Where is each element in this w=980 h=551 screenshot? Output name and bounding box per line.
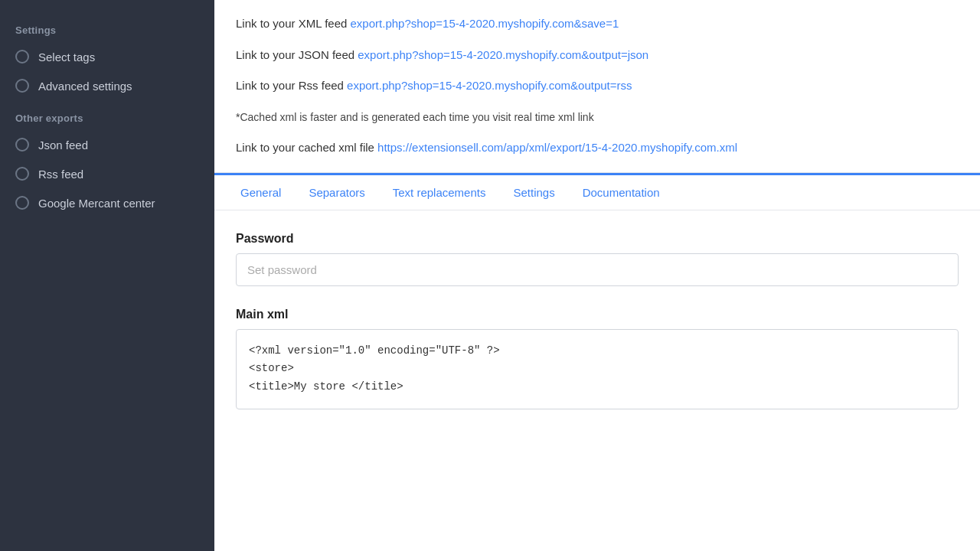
main-xml-section: Main xml <?xml version="1.0" encoding="U… bbox=[214, 308, 980, 431]
sidebar-item-label-rss-feed: Rss feed bbox=[38, 168, 83, 181]
cached-xml-label: Link to your cached xml file bbox=[236, 141, 374, 154]
sidebar-item-label-google-merchant: Google Mercant center bbox=[38, 197, 155, 210]
main-content: Link to your XML feed export.php?shop=15… bbox=[214, 0, 980, 551]
settings-section-title: Settings bbox=[0, 12, 214, 42]
tab-general[interactable]: General bbox=[227, 175, 295, 210]
password-section: Password bbox=[214, 210, 980, 308]
links-panel: Link to your XML feed export.php?shop=15… bbox=[214, 0, 980, 173]
tab-separators[interactable]: Separators bbox=[295, 175, 378, 210]
json-feed-link[interactable]: export.php?shop=15-4-2020.myshopify.com&… bbox=[358, 48, 648, 61]
rss-feed-radio bbox=[15, 167, 29, 181]
xml-feed-row: Link to your XML feed export.php?shop=15… bbox=[236, 15, 959, 33]
cache-note-row: *Cached xml is faster and is generated e… bbox=[236, 109, 959, 126]
cached-xml-row: Link to your cached xml file https://ext… bbox=[236, 139, 959, 157]
sidebar-item-select-tags[interactable]: Select tags bbox=[0, 42, 214, 71]
sidebar-item-advanced-settings[interactable]: Advanced settings bbox=[0, 71, 214, 100]
sidebar-item-label-json-feed: Json feed bbox=[38, 139, 88, 152]
tab-documentation[interactable]: Documentation bbox=[569, 175, 674, 210]
json-feed-label: Link to your JSON feed bbox=[236, 48, 354, 61]
cache-note: *Cached xml is faster and is generated e… bbox=[236, 111, 594, 123]
json-feed-row: Link to your JSON feed export.php?shop=1… bbox=[236, 47, 959, 64]
cached-xml-link[interactable]: https://extensionsell.com/app/xml/export… bbox=[377, 141, 737, 154]
sidebar-item-google-merchant[interactable]: Google Mercant center bbox=[0, 188, 214, 217]
advanced-settings-radio bbox=[15, 79, 29, 93]
rss-feed-label: Link to your Rss feed bbox=[236, 79, 344, 92]
json-feed-radio bbox=[15, 138, 29, 152]
rss-feed-link[interactable]: export.php?shop=15-4-2020.myshopify.com&… bbox=[347, 79, 632, 92]
password-input[interactable] bbox=[236, 253, 959, 286]
google-merchant-radio bbox=[15, 196, 29, 210]
password-label: Password bbox=[236, 232, 959, 246]
xml-line-2: <store> bbox=[249, 360, 946, 378]
sidebar-item-label-advanced-settings: Advanced settings bbox=[38, 80, 132, 93]
sidebar-item-rss-feed[interactable]: Rss feed bbox=[0, 159, 214, 188]
xml-feed-label: Link to your XML feed bbox=[236, 17, 347, 30]
sidebar-item-label-select-tags: Select tags bbox=[38, 51, 95, 64]
main-xml-label: Main xml bbox=[236, 308, 959, 321]
tab-text-replacements[interactable]: Text replacements bbox=[379, 175, 500, 210]
rss-feed-row: Link to your Rss feed export.php?shop=15… bbox=[236, 77, 959, 95]
select-tags-radio bbox=[15, 50, 29, 64]
tabs-bar: General Separators Text replacements Set… bbox=[214, 173, 980, 210]
sidebar-item-json-feed[interactable]: Json feed bbox=[0, 130, 214, 159]
sidebar: Settings Select tags Advanced settings O… bbox=[0, 0, 214, 551]
xml-line-1: <?xml version="1.0" encoding="UTF-8" ?> bbox=[249, 342, 946, 360]
other-exports-section-title: Other exports bbox=[0, 100, 214, 130]
xml-feed-link[interactable]: export.php?shop=15-4-2020.myshopify.com&… bbox=[351, 17, 619, 30]
xml-line-3: <title>My store </title> bbox=[249, 378, 946, 396]
tab-settings[interactable]: Settings bbox=[499, 175, 568, 210]
xml-code-block: <?xml version="1.0" encoding="UTF-8" ?> … bbox=[236, 329, 959, 409]
